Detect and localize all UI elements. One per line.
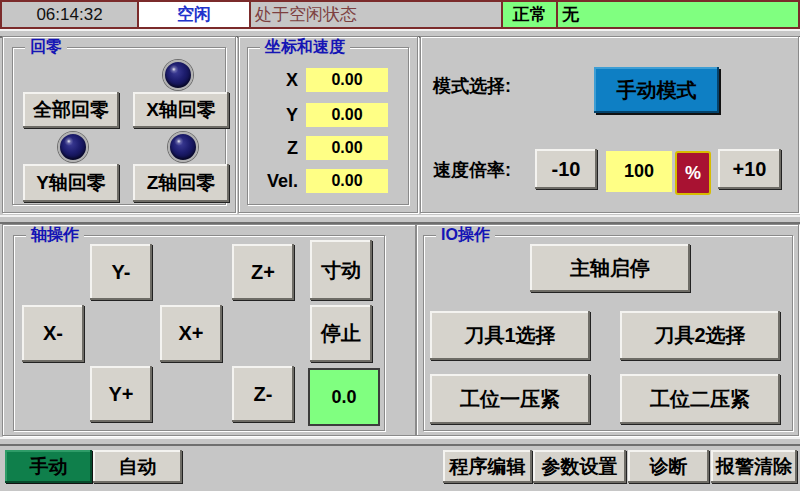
coord-x-label: X: [248, 68, 298, 92]
mode-select-label: 模式选择:: [433, 73, 511, 99]
alarm-state-badge: 正常: [503, 2, 558, 27]
axis-panel: 轴操作 Y- Z+ 寸动 X- X+ 停止 Y+ Z- 0.0: [2, 224, 416, 436]
program-edit-button[interactable]: 程序编辑: [443, 450, 532, 483]
param-settings-button[interactable]: 参数设置: [533, 450, 626, 483]
alarm-message: 无: [558, 2, 798, 27]
x-home-led-icon: [163, 60, 193, 90]
z-home-led-icon: [168, 132, 198, 162]
jog-y-plus-button[interactable]: Y+: [90, 366, 152, 422]
state-message: 处于空闲状态: [251, 2, 503, 27]
tab-auto[interactable]: 自动: [93, 450, 182, 483]
jog-z-plus-button[interactable]: Z+: [232, 244, 294, 300]
coord-z-label: Z: [248, 136, 298, 160]
machine-state-badge: 空闲: [139, 2, 251, 27]
alarm-clear-button[interactable]: 报警清除: [711, 450, 797, 483]
override-increase-button[interactable]: +10: [718, 149, 781, 189]
override-decrease-button[interactable]: -10: [535, 149, 597, 189]
separator-bottom: [0, 437, 800, 446]
jog-x-plus-button[interactable]: X+: [160, 305, 222, 362]
io-panel: IO操作 主轴启停 刀具1选择 刀具2选择 工位一压紧 工位二压紧: [416, 224, 799, 436]
stop-button[interactable]: 停止: [310, 305, 372, 362]
home-z-button[interactable]: Z轴回零: [133, 164, 229, 202]
coord-x-value: 0.00: [306, 68, 388, 92]
coords-groupbox: 坐标和速度 X 0.00 Y 0.00 Z 0.00 Vel. 0.00: [247, 47, 409, 205]
hmi-screen: 06:14:32 空闲 处于空闲状态 正常 无 回零 全部回零 X轴回零 Y轴回…: [0, 0, 800, 491]
coords-title: 坐标和速度: [260, 38, 350, 56]
override-value: 100: [606, 151, 672, 192]
jog-z-minus-button[interactable]: Z-: [232, 366, 294, 422]
homing-panel: 回零 全部回零 X轴回零 Y轴回零 Z轴回零: [2, 36, 236, 213]
clock: 06:14:32: [2, 2, 139, 27]
tool1-select-button[interactable]: 刀具1选择: [430, 311, 590, 360]
spindle-toggle-button[interactable]: 主轴启停: [530, 244, 690, 292]
station2-clamp-button[interactable]: 工位二压紧: [620, 374, 780, 424]
coords-panel: 坐标和速度 X 0.00 Y 0.00 Z 0.00 Vel. 0.00: [238, 36, 418, 213]
io-groupbox: IO操作 主轴启停 刀具1选择 刀具2选择 工位一压紧 工位二压紧: [423, 235, 793, 431]
y-home-led-icon: [58, 132, 88, 162]
tab-manual[interactable]: 手动: [5, 450, 92, 483]
jog-step-value: 0.0: [308, 368, 380, 426]
coord-z-value: 0.00: [306, 136, 388, 160]
tool2-select-button[interactable]: 刀具2选择: [620, 311, 780, 360]
diagnosis-button[interactable]: 诊断: [628, 450, 709, 483]
home-all-button[interactable]: 全部回零: [23, 92, 119, 128]
separator-middle: [0, 215, 800, 224]
jog-x-minus-button[interactable]: X-: [22, 305, 84, 362]
velocity-label: Vel.: [248, 169, 298, 193]
jog-y-minus-button[interactable]: Y-: [90, 244, 152, 300]
mode-panel: 模式选择: 手动模式 速度倍率: -10 100 % +10: [420, 36, 799, 213]
station1-clamp-button[interactable]: 工位一压紧: [430, 374, 590, 424]
io-title: IO操作: [436, 226, 495, 244]
status-bar: 06:14:32 空闲 处于空闲状态 正常 无: [0, 0, 800, 29]
homing-groupbox: 回零 全部回零 X轴回零 Y轴回零 Z轴回零: [12, 47, 226, 205]
override-unit-badge: %: [675, 151, 711, 195]
jog-mode-button[interactable]: 寸动: [310, 240, 372, 300]
axis-title: 轴操作: [26, 226, 84, 244]
home-y-button[interactable]: Y轴回零: [23, 164, 119, 202]
home-x-button[interactable]: X轴回零: [133, 92, 229, 128]
axis-groupbox: 轴操作 Y- Z+ 寸动 X- X+ 停止 Y+ Z- 0.0: [13, 235, 385, 431]
coord-y-label: Y: [248, 103, 298, 127]
mode-button[interactable]: 手动模式: [594, 67, 719, 113]
speed-override-label: 速度倍率:: [433, 157, 511, 183]
homing-title: 回零: [25, 38, 67, 56]
velocity-value: 0.00: [306, 169, 388, 193]
coord-y-value: 0.00: [306, 103, 388, 127]
